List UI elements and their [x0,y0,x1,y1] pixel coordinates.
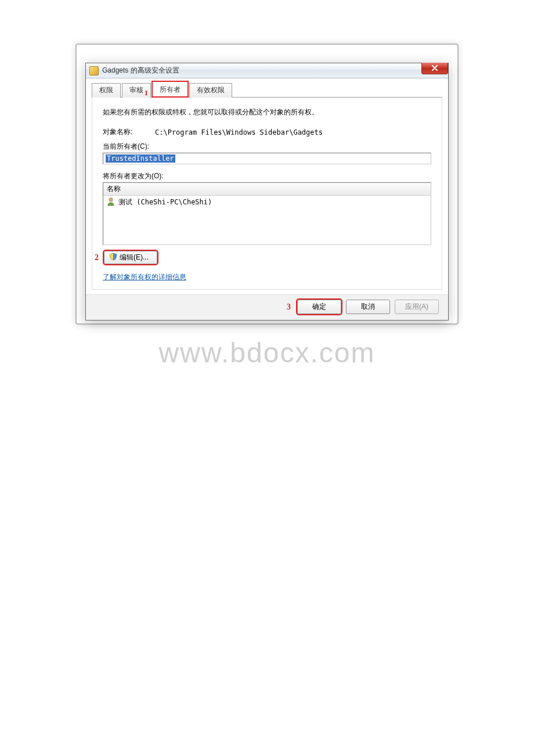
tabstrip: 权限 审核1 所有者 有效权限 [92,83,442,97]
tab-permissions[interactable]: 权限 [92,83,121,98]
description-text: 如果您有所需的权限或特权，您就可以取得或分配这个对象的所有权。 [103,107,431,118]
apply-button: 应用(A) [395,300,439,314]
tab-panel-owner: 如果您有所需的权限或特权，您就可以取得或分配这个对象的所有权。 对象名称: C:… [92,98,442,290]
svg-point-0 [109,198,113,201]
list-item[interactable]: 测试 (CheShi-PC\CheShi) [103,196,431,209]
dialog-button-row: 3 确定 取消 应用(A) [86,294,448,320]
learn-more-link[interactable]: 了解对象所有权的详细信息 [103,272,186,282]
tab-label: 审核 [129,86,143,94]
edit-button[interactable]: 编辑(E)... [104,251,157,264]
cancel-button[interactable]: 取消 [346,300,390,314]
list-item-label: 测试 (CheShi-PC\CheShi) [118,197,212,207]
tab-label: 所有者 [160,85,181,93]
watermark: www.bdocx.com [0,337,534,369]
current-owner-value: TrustedInstaller [106,154,175,163]
button-label: 取消 [361,302,375,312]
owner-list[interactable]: 名称 测试 (CheShi-PC\CheShi) [103,182,431,245]
tab-label: 有效权限 [197,86,225,94]
folder-icon [89,66,99,75]
shield-icon [109,253,117,262]
object-name-label: 对象名称: [103,127,143,137]
user-icon [107,197,115,208]
titlebar[interactable]: Gadgets 的高级安全设置 [86,63,448,78]
annotation-1: 1 [145,88,149,98]
annotation-2: 2 [95,253,100,262]
ok-button[interactable]: 确定 [297,300,341,314]
button-label: 应用(A) [405,302,428,312]
tab-owner[interactable]: 所有者 [152,81,188,97]
object-path: C:\Program Files\Windows Sidebar\Gadgets [155,128,323,136]
current-owner-field: TrustedInstaller [103,153,431,164]
button-label: 确定 [312,302,326,312]
change-owner-label: 将所有者更改为(O): [103,171,431,181]
close-icon [432,64,438,73]
tab-label: 权限 [99,86,113,94]
close-button[interactable] [421,63,448,74]
annotation-3: 3 [287,303,293,312]
edit-button-label: 编辑(E)... [120,253,149,262]
object-name-row: 对象名称: C:\Program Files\Windows Sidebar\G… [103,127,431,137]
title: Gadgets 的高级安全设置 [102,66,179,75]
tab-auditing[interactable]: 审核1 [122,83,151,98]
list-column-header[interactable]: 名称 [103,183,431,196]
current-owner-label: 当前所有者(C): [103,142,431,152]
tab-effective-permissions[interactable]: 有效权限 [189,83,232,98]
advanced-security-dialog: Gadgets 的高级安全设置 权限 审核1 所有者 有效权限 如果您有所需的权… [85,63,449,321]
